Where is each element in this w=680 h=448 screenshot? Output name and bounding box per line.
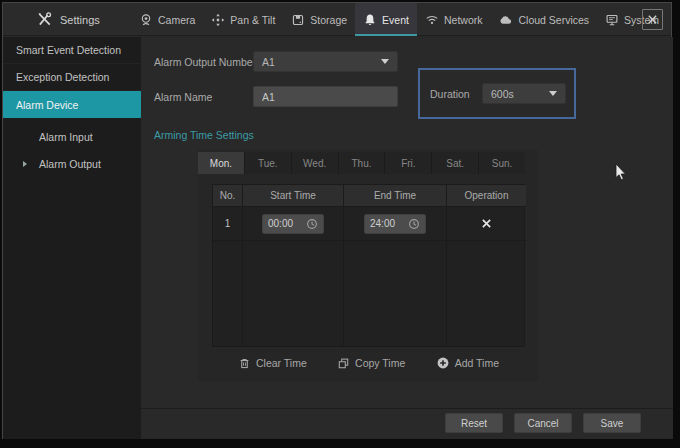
tab-network-label: Network	[444, 14, 483, 26]
save-button[interactable]: Save	[583, 413, 641, 433]
main-content: Alarm Output Number A1 Alarm Name Durati…	[141, 37, 673, 439]
chevron-down-icon	[549, 91, 557, 96]
wifi-icon	[425, 13, 439, 27]
arming-time-table: No. Start Time End Time Operation 1 00:0…	[212, 184, 525, 347]
end-time-input[interactable]: 24:00	[364, 214, 426, 234]
sidebar-item-label: Alarm Output	[39, 158, 101, 170]
alarm-output-number-label: Alarm Output Number	[154, 53, 256, 71]
tab-camera[interactable]: Camera	[131, 3, 203, 36]
alarm-name-input[interactable]	[253, 86, 398, 107]
tab-cloud-services[interactable]: Cloud Services	[490, 3, 597, 36]
day-tab-wed[interactable]: Wed.	[292, 152, 339, 174]
window-title: Settings	[37, 3, 100, 36]
tab-network[interactable]: Network	[417, 3, 491, 36]
start-time-value: 00:00	[268, 218, 293, 229]
duration-value: 600s	[491, 88, 514, 100]
column-header-start-time: Start Time	[243, 185, 344, 207]
start-time-input[interactable]: 00:00	[262, 214, 324, 234]
day-tab-mon[interactable]: Mon.	[198, 152, 245, 174]
sidebar-item-label: Alarm Input	[39, 131, 93, 143]
sidebar-item-exception-detection[interactable]: Exception Detection	[3, 64, 141, 91]
sidebar-item-label: Exception Detection	[16, 71, 109, 83]
tab-storage[interactable]: Storage	[283, 3, 355, 36]
settings-window: Settings Camera	[2, 2, 672, 439]
cloud-icon	[498, 13, 513, 27]
table-empty-area	[447, 241, 526, 346]
trash-icon	[238, 357, 251, 370]
day-tab-sat[interactable]: Sat.	[432, 152, 479, 174]
footer-divider	[141, 408, 673, 409]
add-circle-icon	[436, 356, 450, 370]
tools-icon	[37, 12, 52, 27]
storage-icon	[291, 13, 305, 27]
schedule-actions: Clear Time Copy Time	[212, 356, 525, 370]
window-title-label: Settings	[60, 14, 100, 26]
alarm-name-label: Alarm Name	[154, 88, 212, 106]
copy-time-button[interactable]: Copy Time	[337, 356, 405, 370]
chevron-right-icon	[23, 161, 27, 167]
sidebar: Smart Event Detection Exception Detectio…	[3, 37, 141, 439]
screen: Settings Camera	[0, 0, 680, 448]
sidebar-item-alarm-input[interactable]: Alarm Input	[3, 123, 141, 150]
mouse-cursor	[615, 164, 628, 182]
sidebar-item-alarm-output[interactable]: Alarm Output	[3, 150, 141, 177]
delete-row-icon[interactable]	[480, 217, 493, 230]
copy-icon	[337, 357, 350, 370]
reset-button[interactable]: Reset	[445, 413, 503, 433]
duration-dropdown[interactable]: 600s	[482, 83, 566, 104]
sidebar-item-alarm-device[interactable]: Alarm Device	[3, 91, 141, 118]
bell-icon	[363, 13, 377, 27]
column-header-no: No.	[213, 185, 243, 207]
table-row-no: 1	[213, 207, 243, 241]
add-time-button[interactable]: Add Time	[436, 356, 499, 370]
camera-icon	[139, 13, 153, 27]
chevron-down-icon	[381, 59, 389, 64]
footer-buttons: Reset Cancel Save	[445, 413, 641, 433]
monitor-icon	[605, 13, 619, 27]
tab-storage-label: Storage	[310, 14, 347, 26]
pan-tilt-icon	[211, 13, 225, 27]
arming-time-settings-title: Arming Time Settings	[154, 129, 254, 141]
alarm-output-number-value: A1	[262, 56, 275, 68]
copy-time-label: Copy Time	[355, 357, 405, 369]
tab-cloud-services-label: Cloud Services	[518, 14, 589, 26]
top-tabstrip: Camera Pan & Tilt	[131, 3, 667, 36]
close-button[interactable]	[642, 9, 663, 30]
tab-camera-label: Camera	[158, 14, 195, 26]
cancel-button[interactable]: Cancel	[514, 413, 572, 433]
table-row-start-time-cell: 00:00	[243, 207, 344, 241]
column-header-operation: Operation	[447, 185, 526, 207]
end-time-value: 24:00	[370, 218, 395, 229]
day-tabstrip: Mon. Tue. Wed. Thu. Fri. Sat. Sun.	[198, 152, 525, 174]
sidebar-item-smart-event-detection[interactable]: Smart Event Detection	[3, 37, 141, 64]
sidebar-item-label: Smart Event Detection	[16, 44, 121, 56]
tab-pan-tilt-label: Pan & Tilt	[230, 14, 275, 26]
table-row-operation-cell	[447, 207, 526, 241]
clear-time-button[interactable]: Clear Time	[238, 356, 307, 370]
day-tab-tue[interactable]: Tue.	[245, 152, 292, 174]
sidebar-item-label: Alarm Device	[16, 99, 78, 111]
tab-event-label: Event	[382, 14, 409, 26]
table-row-end-time-cell: 24:00	[344, 207, 447, 241]
duration-label: Duration	[430, 88, 470, 100]
day-tab-thu[interactable]: Thu.	[339, 152, 386, 174]
table-empty-area	[243, 241, 344, 346]
alarm-output-number-dropdown[interactable]: A1	[253, 51, 398, 72]
add-time-label: Add Time	[455, 357, 499, 369]
day-tab-fri[interactable]: Fri.	[385, 152, 432, 174]
tab-event[interactable]: Event	[355, 3, 417, 36]
table-empty-area	[344, 241, 447, 346]
clear-time-label: Clear Time	[256, 357, 307, 369]
duration-highlight-box: Duration 600s	[418, 68, 576, 119]
tab-pan-tilt[interactable]: Pan & Tilt	[203, 3, 283, 36]
clock-icon	[306, 218, 318, 230]
table-empty-area	[213, 241, 243, 346]
schedule-panel: Mon. Tue. Wed. Thu. Fri. Sat. Sun. No. S…	[198, 150, 538, 381]
clock-icon	[408, 218, 420, 230]
day-tab-sun[interactable]: Sun.	[479, 152, 525, 174]
column-header-end-time: End Time	[344, 185, 447, 207]
top-bar: Settings Camera	[3, 3, 671, 36]
close-icon	[647, 14, 658, 25]
